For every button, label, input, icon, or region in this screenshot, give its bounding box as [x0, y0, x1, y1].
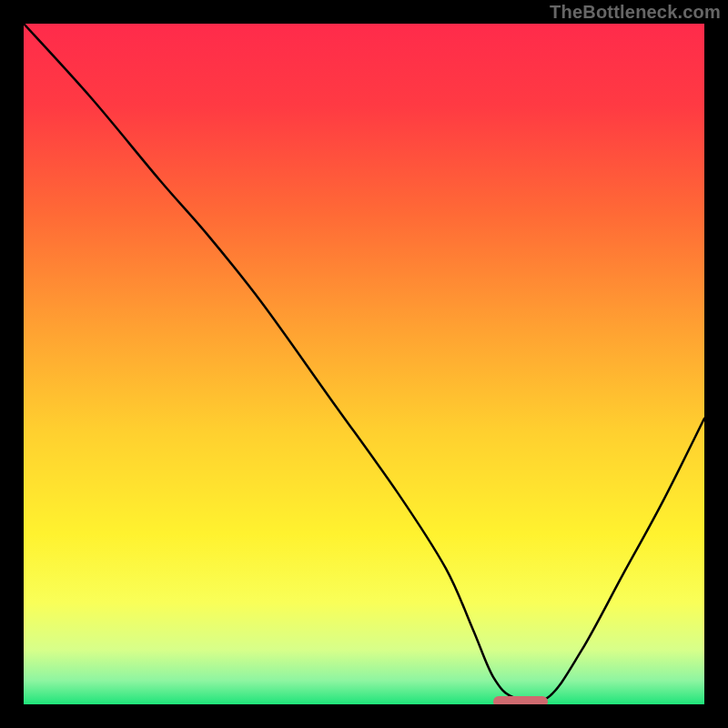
plot-svg — [24, 24, 704, 704]
optimal-range-marker — [493, 696, 548, 704]
watermark-text: TheBottleneck.com — [550, 2, 721, 23]
plot-area — [24, 24, 704, 704]
gradient-rect — [24, 24, 704, 704]
chart-frame: TheBottleneck.com — [0, 0, 728, 728]
